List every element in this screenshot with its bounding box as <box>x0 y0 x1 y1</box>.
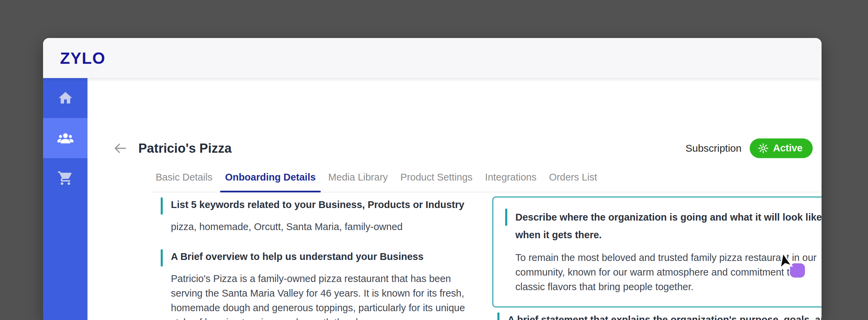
question-text: Describe where the organization is going… <box>505 208 822 244</box>
page-header: Patricio's Pizza Subscription <box>112 138 813 158</box>
tab-integrations[interactable]: Integrations <box>485 172 537 192</box>
sidebar <box>43 78 87 320</box>
subscription-status-badge[interactable]: Active <box>750 138 813 158</box>
arrow-left-icon <box>112 142 128 155</box>
onboarding-right-column: Describe where the organization is going… <box>492 196 822 320</box>
cart-icon <box>57 170 74 186</box>
tab-onboarding-details[interactable]: Onboarding Details <box>225 172 316 192</box>
tab-media-library[interactable]: Media Library <box>328 172 388 192</box>
qa-vision: Describe where the organization is going… <box>505 208 822 294</box>
home-icon <box>57 90 74 106</box>
sidebar-item-customers[interactable] <box>43 118 87 158</box>
app-window: ZYLO <box>43 38 822 320</box>
answer-text: Patricio's Pizza is a family-owned pizza… <box>161 271 478 320</box>
onboarding-left-column: List 5 keywords related to your Business… <box>161 197 478 320</box>
answer-text: pizza, homemade, Orcutt, Santa Maria, fa… <box>161 220 478 234</box>
tab-bar: Basic Details Onboarding Details Media L… <box>151 172 822 192</box>
answer-text: To remain the most beloved and trusted f… <box>505 250 822 294</box>
tab-basic-details[interactable]: Basic Details <box>156 172 213 192</box>
app-header: ZYLO <box>43 38 822 78</box>
qa-overview: A Brief overview to help us understand y… <box>161 249 478 320</box>
app-logo[interactable]: ZYLO <box>60 49 105 68</box>
status-badge-label: Active <box>773 143 803 154</box>
tab-orders-list[interactable]: Orders List <box>549 172 597 192</box>
sidebar-item-home[interactable] <box>43 78 87 118</box>
highlighted-vision-card[interactable]: Describe where the organization is going… <box>492 196 822 307</box>
qa-keywords: List 5 keywords related to your Business… <box>161 197 478 234</box>
app-body: Patricio's Pizza Subscription <box>43 78 822 320</box>
question-text: A Brief overview to help us understand y… <box>161 249 478 264</box>
tab-product-settings[interactable]: Product Settings <box>400 172 473 192</box>
question-text: List 5 keywords related to your Business… <box>161 197 478 212</box>
back-button[interactable] <box>112 140 129 156</box>
question-text: A brief statement that explains the orga… <box>497 312 822 320</box>
subscription-label: Subscription <box>686 143 742 154</box>
gear-icon <box>758 143 769 154</box>
users-icon <box>57 130 74 146</box>
content-area: Patricio's Pizza Subscription <box>87 78 822 320</box>
qa-mission: A brief statement that explains the orga… <box>497 312 822 320</box>
sidebar-item-orders[interactable] <box>43 158 87 198</box>
page-title: Patricio's Pizza <box>138 141 232 156</box>
subscription-group: Subscription <box>686 138 813 158</box>
